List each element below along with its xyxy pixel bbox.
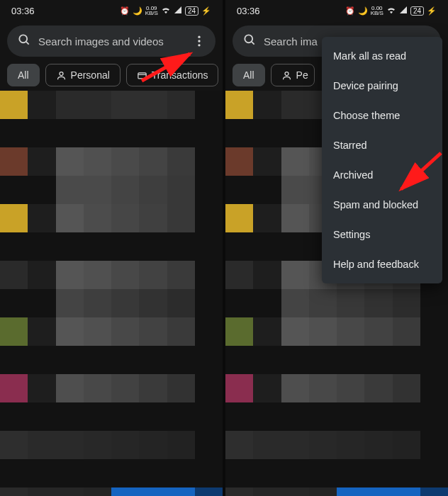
signal-icon <box>399 6 408 16</box>
filter-chips: All Personal Transactions <box>0 64 223 94</box>
alarm-icon: ⏰ <box>345 6 355 16</box>
dnd-icon: 🌙 <box>133 6 142 16</box>
menu-spam-and-blocked[interactable]: Spam and blocked <box>322 190 442 220</box>
phone-screenshot-right: 03:36 ⏰ 🌙 0.00 KB/S 24 ⚡ Search ima <box>225 0 448 496</box>
charging-icon: ⚡ <box>427 6 437 16</box>
menu-mark-all-as-read[interactable]: Mark all as read <box>322 41 442 71</box>
svg-point-1 <box>198 36 200 38</box>
menu-settings[interactable]: Settings <box>322 220 442 249</box>
status-bar: 03:36 ⏰ 🌙 0.00 KB/S 24 ⚡ <box>225 0 448 21</box>
person-icon <box>281 70 292 81</box>
search-bar[interactable]: Search images and videos <box>7 26 215 57</box>
data-rate: 0.00 KB/S <box>371 6 383 16</box>
svg-point-0 <box>19 35 27 43</box>
svg-point-2 <box>198 40 200 42</box>
chip-personal[interactable]: Pe <box>271 64 315 86</box>
svg-point-4 <box>60 72 63 75</box>
dnd-icon: 🌙 <box>358 6 368 16</box>
menu-starred[interactable]: Starred <box>322 130 442 160</box>
svg-point-7 <box>245 35 252 43</box>
overflow-menu-button[interactable] <box>187 29 211 53</box>
chip-transactions[interactable]: Transactions <box>126 64 219 86</box>
status-icons: ⏰ 🌙 0.09 KB/S 24 ⚡ <box>120 5 211 16</box>
status-icons: ⏰ 🌙 0.00 KB/S 24 ⚡ <box>345 5 437 16</box>
svg-point-3 <box>198 44 200 46</box>
phone-screenshot-left: 03:36 ⏰ 🌙 0.09 KB/S 24 ⚡ Search images a… <box>0 0 223 496</box>
card-icon <box>137 70 147 81</box>
search-icon <box>17 33 31 50</box>
data-rate: 0.09 KB/S <box>145 6 158 16</box>
menu-help-and-feedback[interactable]: Help and feedback <box>322 249 442 279</box>
blurred-content <box>0 91 223 496</box>
wifi-icon <box>386 5 396 16</box>
menu-archived[interactable]: Archived <box>322 160 442 190</box>
menu-device-pairing[interactable]: Device pairing <box>322 71 442 101</box>
signal-icon <box>174 6 182 16</box>
clock: 03:36 <box>237 6 260 16</box>
chip-all[interactable]: All <box>233 64 265 86</box>
person-icon <box>56 70 67 81</box>
svg-point-8 <box>285 72 289 75</box>
status-bar: 03:36 ⏰ 🌙 0.09 KB/S 24 ⚡ <box>0 0 223 21</box>
battery: 24 <box>410 6 424 16</box>
search-icon <box>242 33 257 50</box>
svg-rect-5 <box>138 72 146 78</box>
wifi-icon <box>161 5 171 16</box>
charging-icon: ⚡ <box>201 6 211 16</box>
menu-choose-theme[interactable]: Choose theme <box>322 101 442 130</box>
chip-all[interactable]: All <box>7 64 40 86</box>
chip-personal[interactable]: Personal <box>45 64 121 86</box>
clock: 03:36 <box>11 6 35 16</box>
alarm-icon: ⏰ <box>120 6 130 16</box>
battery: 24 <box>185 6 198 16</box>
overflow-menu: Mark all as read Device pairing Choose t… <box>322 37 442 283</box>
search-placeholder: Search images and videos <box>38 35 180 47</box>
